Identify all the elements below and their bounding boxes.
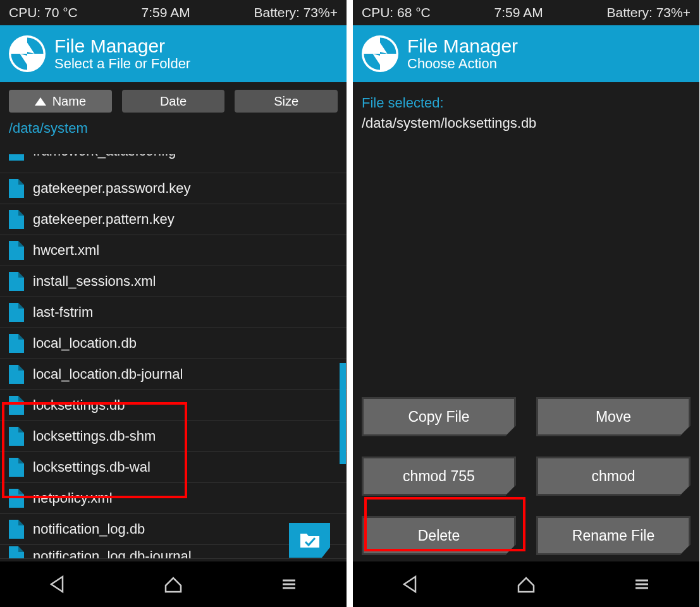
sort-row: Name Date Size	[0, 82, 347, 118]
file-name: notification_log.db	[33, 521, 145, 537]
file-icon	[9, 365, 24, 384]
title-bar: File Manager Select a File or Folder	[0, 25, 347, 82]
right-screenshot: CPU: 68 °C 7:59 AM Battery: 73%+ File Ma…	[353, 0, 699, 607]
nav-menu-icon[interactable]	[630, 573, 653, 596]
chmod-button[interactable]: chmod	[536, 457, 691, 496]
file-name: gatekeeper.pattern.key	[33, 211, 175, 228]
svg-marker-3	[51, 577, 63, 592]
list-item[interactable]: netpolicy.xml	[0, 483, 347, 514]
twrp-logo-icon	[9, 35, 46, 72]
button-label: chmod	[591, 468, 635, 485]
sort-date-label: Date	[160, 94, 187, 109]
list-item[interactable]: local_location.db-journal	[0, 359, 347, 390]
status-battery: Battery: 73%+	[606, 5, 691, 20]
file-icon	[9, 154, 24, 161]
file-icon	[9, 272, 24, 291]
file-name: framework_atlas.config	[33, 154, 176, 159]
status-battery: Battery: 73%+	[254, 5, 338, 20]
file-name: local_location.db-journal	[33, 366, 183, 383]
list-item[interactable]: local_location.db	[0, 328, 347, 359]
page-subtitle: Select a File or Folder	[54, 56, 190, 72]
page-title: File Manager	[54, 35, 190, 57]
list-item[interactable]: locksettings.db-wal	[0, 452, 347, 483]
delete-button[interactable]: Delete	[362, 516, 516, 555]
nav-home-icon[interactable]	[162, 573, 185, 596]
current-path: /data/system	[0, 118, 347, 143]
file-name: hwcert.xml	[33, 242, 99, 259]
file-icon	[9, 179, 24, 198]
file-icon	[9, 520, 24, 539]
file-icon	[9, 396, 24, 415]
button-label: Rename File	[572, 527, 654, 544]
nav-bar	[353, 561, 699, 607]
list-item[interactable]: gatekeeper.pattern.key	[0, 204, 347, 235]
select-folder-fab[interactable]	[289, 523, 330, 558]
nav-back-icon[interactable]	[46, 573, 69, 596]
sort-date-button[interactable]: Date	[122, 90, 225, 113]
file-icon	[9, 210, 24, 229]
file-icon	[9, 489, 24, 508]
file-selected-path: /data/system/locksettings.db	[353, 115, 699, 132]
file-name: notification_log.db-journal	[33, 548, 192, 560]
button-label: Copy File	[408, 408, 469, 426]
button-label: Delete	[418, 527, 460, 544]
sort-size-button[interactable]: Size	[235, 90, 338, 113]
status-cpu: CPU: 70 °C	[9, 5, 78, 20]
page-title: File Manager	[407, 35, 518, 57]
list-item[interactable]: locksettings.db	[0, 390, 347, 421]
nav-bar	[0, 561, 347, 607]
sort-size-label: Size	[274, 94, 298, 109]
status-time: 7:59 AM	[494, 5, 543, 20]
copy-file-button[interactable]: Copy File	[362, 397, 516, 436]
file-name: netpolicy.xml	[33, 490, 113, 506]
title-bar: File Manager Choose Action	[353, 25, 699, 82]
move-button[interactable]: Move	[536, 397, 691, 436]
folder-check-icon	[299, 531, 321, 550]
nav-home-icon[interactable]	[515, 573, 537, 596]
chmod755-button[interactable]: chmod 755	[362, 457, 516, 496]
file-icon	[9, 241, 24, 260]
button-label: Move	[596, 408, 631, 426]
status-bar: CPU: 70 °C 7:59 AM Battery: 73%+	[0, 0, 347, 25]
file-name: last-fstrim	[33, 304, 93, 321]
file-list[interactable]: framework_atlas.config gatekeeper.passwo…	[0, 154, 347, 561]
twrp-logo-icon	[362, 35, 398, 72]
file-icon	[9, 303, 24, 322]
status-time: 7:59 AM	[142, 5, 190, 20]
file-name: locksettings.db-wal	[33, 459, 150, 475]
nav-back-icon[interactable]	[399, 573, 422, 596]
list-item[interactable]: framework_atlas.config	[0, 154, 347, 173]
scrollbar[interactable]	[340, 363, 346, 464]
file-name: locksettings.db	[33, 397, 125, 414]
list-item[interactable]: gatekeeper.password.key	[0, 173, 347, 204]
button-label: chmod 755	[403, 468, 475, 485]
list-item[interactable]: hwcert.xml	[0, 235, 347, 266]
file-icon	[9, 546, 24, 560]
list-item[interactable]: install_sessions.xml	[0, 266, 347, 297]
sort-asc-icon	[35, 97, 46, 106]
sort-name-label: Name	[52, 94, 86, 109]
page-subtitle: Choose Action	[407, 56, 518, 72]
file-name: install_sessions.xml	[33, 273, 156, 290]
file-icon	[9, 334, 24, 353]
status-bar: CPU: 68 °C 7:59 AM Battery: 73%+	[353, 0, 699, 25]
action-grid: Copy File Move chmod 755 chmod Delete Re…	[353, 386, 699, 561]
file-selected-label: File selected:	[353, 82, 699, 115]
file-name: locksettings.db-shm	[33, 428, 156, 445]
file-name: local_location.db	[33, 335, 137, 352]
rename-file-button[interactable]: Rename File	[536, 516, 691, 555]
list-item[interactable]: locksettings.db-shm	[0, 421, 347, 452]
file-icon	[9, 427, 24, 446]
svg-marker-10	[404, 577, 415, 592]
status-cpu: CPU: 68 °C	[362, 5, 431, 20]
left-screenshot: CPU: 70 °C 7:59 AM Battery: 73%+ File Ma…	[0, 0, 347, 607]
sort-name-button[interactable]: Name	[9, 90, 112, 113]
file-icon	[9, 458, 24, 477]
list-item[interactable]: last-fstrim	[0, 297, 347, 328]
nav-menu-icon[interactable]	[278, 573, 300, 596]
file-name: gatekeeper.password.key	[33, 180, 191, 197]
